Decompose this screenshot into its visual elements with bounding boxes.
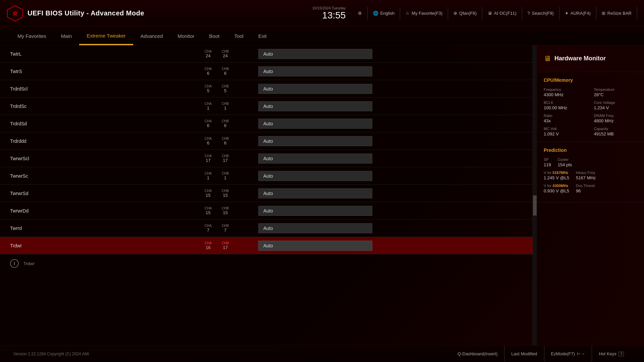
aura-button[interactable]: ✦ AURA(F4): [559, 7, 596, 20]
dram-freq-item: DRAM Freq. 4800 MHz: [594, 114, 638, 123]
dram-freq-value: 4800 MHz: [594, 118, 638, 123]
frequency-item: Frequency 4300 MHz: [544, 87, 587, 97]
nav-boot[interactable]: Boot: [202, 27, 227, 45]
search-button[interactable]: ? Search(F9): [522, 7, 559, 20]
ez-mode-label: EzMode(F7): [551, 351, 575, 356]
my-favorite-button[interactable]: ☆ My Favorite(F3): [400, 7, 448, 20]
language-label: English: [380, 11, 395, 16]
qfan-button[interactable]: ⊛ Qfan(F6): [448, 7, 482, 20]
settings-row[interactable]: TwtrL CHA 24 CHB 24 Auto: [0, 45, 537, 63]
settings-row[interactable]: TwrwrScl CHA 17 CHB 17 Auto: [0, 150, 537, 167]
capacity-value: 49152 MB: [594, 131, 638, 136]
main-layout: TwtrL CHA 24 CHB 24 Auto TwtrS CHA 6: [0, 45, 644, 345]
row-channels: CHA 16 CHB 17: [205, 241, 258, 250]
value-box[interactable]: Auto: [258, 154, 372, 164]
bottom-actions: Q-Dashboard(Insert) Last Modified EzMode…: [451, 346, 631, 362]
cha-group: CHA 6: [205, 119, 212, 128]
row-value: Auto: [258, 101, 527, 111]
row-name: Twrrd: [10, 226, 205, 231]
row-name: TrdrdScl: [10, 86, 205, 92]
row-value: Auto: [258, 241, 527, 251]
last-modified-button[interactable]: Last Modified: [504, 346, 544, 362]
settings-row[interactable]: TwrwrSc CHA 1 CHB 1 Auto: [0, 167, 537, 185]
row-name: TwrwrDd: [10, 208, 205, 214]
settings-row[interactable]: TrdrdSc CHA 1 CHB 1 Auto: [0, 98, 537, 115]
row-channels: CHA 1 CHB 1: [205, 102, 258, 111]
settings-row[interactable]: TrdrdSd CHA 6 CHB 6 Auto: [0, 115, 537, 132]
nav-advanced[interactable]: Advanced: [133, 27, 170, 45]
nav-tool[interactable]: Tool: [227, 27, 251, 45]
settings-button[interactable]: ⚙: [353, 7, 368, 20]
cha-label: CHA: [205, 50, 212, 53]
cha-group: CHA 6: [205, 137, 212, 145]
cha-value: 6: [207, 71, 209, 76]
value-box[interactable]: Auto: [258, 136, 372, 146]
ai-icon: 🖥: [488, 11, 492, 16]
q-dashboard-button[interactable]: Q-Dashboard(Insert): [451, 346, 504, 362]
row-name: Trdwr: [10, 243, 205, 248]
nav-monitor[interactable]: Monitor: [170, 27, 202, 45]
bios-title: UEFI BIOS Utility - Advanced Mode: [28, 9, 144, 17]
ai-oc-button[interactable]: 🖥 AI OC(F11): [482, 7, 522, 20]
version-text: Version 2.22.1284 Copyright (C) 2024 AMI: [13, 352, 89, 356]
chb-label: CHB: [222, 154, 229, 158]
value-box[interactable]: Auto: [258, 206, 372, 216]
chb-value: 15: [223, 210, 227, 215]
favorite-label: My Favorite(F3): [412, 11, 442, 16]
value-box[interactable]: Auto: [258, 223, 372, 233]
value-box[interactable]: Auto: [258, 84, 372, 94]
chb-label: CHB: [222, 172, 229, 175]
row-channels: CHA 15 CHB 15: [205, 189, 258, 198]
temperature-label: Temperature: [594, 87, 638, 92]
value-box[interactable]: Auto: [258, 49, 372, 59]
mc-volt-value: 1.092 V: [544, 131, 587, 136]
info-text: Trdwr: [23, 261, 35, 266]
hot-keys-button[interactable]: Hot Keys ?: [592, 346, 631, 362]
v5167-label: V for 5167MHz: [544, 171, 569, 175]
chb-group: CHB 17: [222, 241, 229, 250]
nav-my-favorites[interactable]: My Favorites: [10, 27, 54, 45]
settings-row[interactable]: TwrwrSd CHA 15 CHB 15 Auto: [0, 185, 537, 202]
nav-exit[interactable]: Exit: [251, 27, 274, 45]
value-box[interactable]: Auto: [258, 241, 372, 251]
scrollbar[interactable]: [533, 45, 537, 345]
header: R UEFI BIOS Utility - Advanced Mode 10/1…: [0, 0, 644, 27]
cha-value: 5: [207, 88, 209, 93]
value-box[interactable]: Auto: [258, 188, 372, 198]
value-box[interactable]: Auto: [258, 101, 372, 111]
mc-volt-item: MC Volt. 1.092 V: [544, 127, 587, 136]
settings-row[interactable]: Trdrddd CHA 6 CHB 6 Auto: [0, 132, 537, 150]
nav-extreme-tweaker[interactable]: Extreme Tweaker: [79, 27, 133, 45]
language-button[interactable]: 🌐 English: [368, 7, 400, 20]
chb-label: CHB: [222, 206, 229, 210]
nav-main-label: Main: [61, 33, 72, 39]
v4300-values: V for 4300MHz 0.930 V @L5 Dos Thresh 96: [544, 184, 637, 193]
scrollbar-thumb[interactable]: [533, 195, 537, 216]
ez-mode-button[interactable]: EzMode(F7) ⊢→: [544, 346, 592, 362]
row-value: Auto: [258, 206, 527, 216]
settings-row[interactable]: TwtrS CHA 6 CHB 6 Auto: [0, 63, 537, 80]
value-box[interactable]: Auto: [258, 171, 372, 181]
row-value: Auto: [258, 223, 527, 233]
mc-volt-label: MC Volt.: [544, 127, 587, 131]
row-value: Auto: [258, 49, 527, 59]
capacity-item: Capacity 49152 MB: [594, 127, 638, 136]
hot-keys-label: Hot Keys: [599, 351, 616, 356]
resize-bar-button[interactable]: ⊞ ReSize BAR: [596, 7, 637, 20]
bclk-item: BCLK 100.00 MHz: [544, 101, 587, 110]
value-box[interactable]: Auto: [258, 66, 372, 76]
settings-row[interactable]: TwrwrDd CHA 15 CHB 15 Auto: [0, 202, 537, 220]
settings-row[interactable]: Twrrd CHA 7 CHB 7 Auto: [0, 220, 537, 237]
settings-row[interactable]: Trdwr CHA 16 CHB 17 Auto: [0, 237, 537, 254]
fan-icon: ⊛: [453, 11, 457, 16]
v4300-label: V for 4300MHz: [544, 184, 569, 188]
svg-text:R: R: [13, 11, 17, 17]
nav-main[interactable]: Main: [54, 27, 79, 45]
row-name: TwtrS: [10, 69, 205, 74]
value-box[interactable]: Auto: [258, 119, 372, 129]
row-channels: CHA 6 CHB 6: [205, 67, 258, 76]
row-channels: CHA 5 CHB 5: [205, 84, 258, 93]
settings-row[interactable]: TrdrdScl CHA 5 CHB 5 Auto: [0, 80, 537, 98]
chb-value: 7: [224, 228, 226, 233]
globe-icon: 🌐: [373, 11, 378, 16]
